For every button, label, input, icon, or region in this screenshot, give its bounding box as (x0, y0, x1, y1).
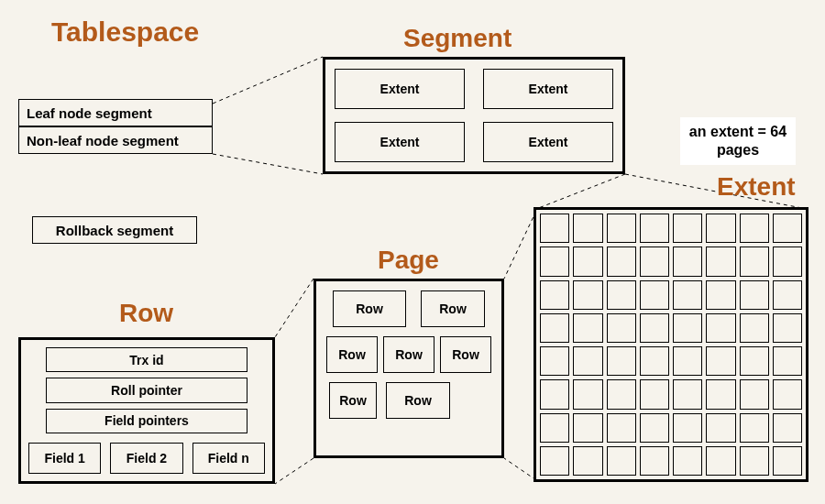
extent-page-cell (673, 379, 702, 409)
extent-page-cell (573, 346, 602, 376)
extent-page-cell (573, 313, 602, 343)
row-field-pointers: Field pointers (46, 409, 248, 433)
extent-page-cell (640, 413, 669, 443)
svg-line-7 (275, 458, 314, 484)
extent-page-cell (740, 446, 769, 476)
svg-line-2 (536, 174, 625, 209)
extent-page-cell (740, 313, 769, 343)
extent-page-cell (573, 379, 602, 409)
extent-note: an extent = 64 pages (680, 117, 796, 165)
extent-page-cell (773, 280, 802, 310)
rollback-segment: Rollback segment (32, 216, 197, 244)
extent-page-cell (640, 313, 669, 343)
segment-extent-cell: Extent (483, 69, 613, 109)
extent-page-cell (607, 280, 636, 310)
row-roll-pointer: Roll pointer (46, 378, 248, 402)
extent-page-cell (540, 247, 569, 276)
extent-page-cell (740, 379, 769, 409)
page-row-cell: Row (329, 382, 377, 419)
extent-page-cell (573, 413, 602, 443)
extent-page-cell (673, 446, 702, 476)
extent-page-cell (706, 413, 735, 443)
extent-page-cell (640, 346, 669, 376)
extent-page-cell (640, 247, 669, 276)
extent-page-cell (607, 379, 636, 409)
page-heading: Page (378, 246, 439, 275)
extent-page-cell (607, 346, 636, 376)
extent-page-cell (740, 214, 769, 243)
row-box: Trx id Roll pointer Field pointers Field… (18, 337, 275, 484)
extent-page-cell (607, 247, 636, 276)
extent-page-cell (773, 413, 802, 443)
extent-page-cell (673, 280, 702, 310)
extent-page-cell (607, 413, 636, 443)
extent-page-cell (573, 214, 602, 243)
extent-page-cell (706, 247, 735, 276)
extent-page-cell (540, 379, 569, 409)
svg-line-4 (504, 211, 536, 279)
extent-page-cell (540, 214, 569, 243)
extent-page-cell (573, 247, 602, 276)
extent-page-cell (773, 446, 802, 476)
extent-page-cell (673, 214, 702, 243)
extent-page-cell (773, 313, 802, 343)
extent-page-cell (540, 413, 569, 443)
segment-heading: Segment (403, 24, 512, 53)
extent-page-cell (773, 346, 802, 376)
extent-page-cell (640, 379, 669, 409)
row-field-cell: Field 2 (110, 443, 182, 474)
page-row-cell: Row (383, 336, 434, 373)
extent-page-cell (640, 214, 669, 243)
page-row-cell: Row (440, 336, 491, 373)
page-row-cell: Row (333, 290, 406, 327)
segment-box: Extent Extent Extent Extent (323, 57, 625, 174)
svg-line-6 (275, 279, 314, 337)
extent-page-cell (673, 413, 702, 443)
extent-page-cell (640, 446, 669, 476)
extent-page-cell (773, 379, 802, 409)
svg-line-5 (504, 458, 536, 480)
extent-page-cell (540, 446, 569, 476)
svg-line-1 (213, 154, 323, 174)
extent-page-cell (706, 214, 735, 243)
row-field-cell: Field n (192, 443, 265, 474)
page-row-cell: Row (386, 382, 450, 419)
extent-page-cell (640, 280, 669, 310)
extent-page-cell (773, 247, 802, 276)
extent-page-cell (573, 446, 602, 476)
extent-page-cell (607, 214, 636, 243)
extent-page-cell (540, 313, 569, 343)
extent-page-cell (740, 413, 769, 443)
row-heading: Row (119, 299, 173, 328)
extent-page-cell (673, 313, 702, 343)
page-row-cell: Row (421, 290, 485, 327)
extent-page-cell (673, 346, 702, 376)
nonleaf-node-segment: Non-leaf node segment (18, 126, 213, 154)
extent-page-cell (740, 346, 769, 376)
extent-box (534, 207, 808, 482)
segment-extent-cell: Extent (335, 69, 465, 109)
extent-page-cell (706, 446, 735, 476)
extent-page-cell (706, 346, 735, 376)
extent-page-cell (706, 280, 735, 310)
extent-page-cell (740, 247, 769, 276)
leaf-node-segment: Leaf node segment (18, 99, 213, 126)
tablespace-heading: Tablespace (51, 16, 199, 48)
row-field-cell: Field 1 (28, 443, 101, 474)
row-trx-id: Trx id (46, 347, 248, 372)
extent-page-cell (773, 214, 802, 243)
svg-line-0 (213, 57, 323, 104)
page-row-cell: Row (326, 336, 378, 373)
segment-extent-cell: Extent (483, 122, 613, 162)
extent-page-cell (740, 280, 769, 310)
extent-page-cell (673, 247, 702, 276)
extent-page-cell (540, 346, 569, 376)
page-box: Row Row Row Row Row Row Row (314, 279, 504, 458)
segment-extent-cell: Extent (335, 122, 465, 162)
extent-heading: Extent (717, 172, 796, 202)
extent-page-cell (607, 446, 636, 476)
extent-page-cell (706, 379, 735, 409)
extent-page-cell (706, 313, 735, 343)
extent-page-cell (607, 313, 636, 343)
extent-page-cell (573, 280, 602, 310)
